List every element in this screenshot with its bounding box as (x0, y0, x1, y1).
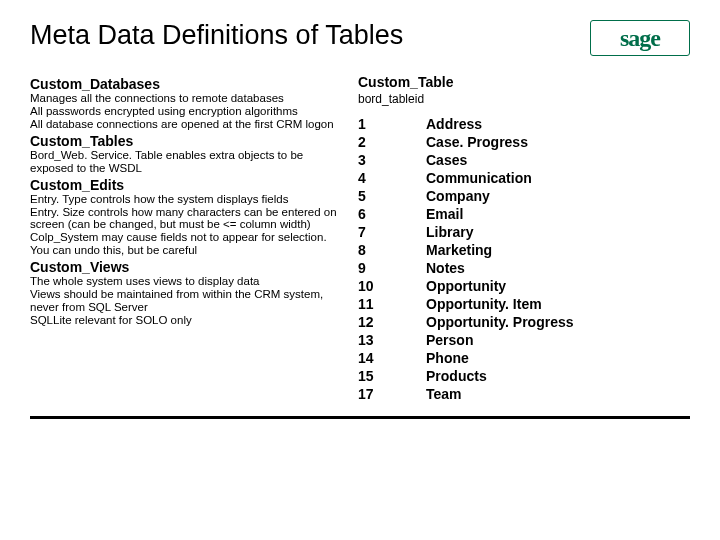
right-column: Custom_Table bord_tableid 1Address2Case.… (358, 74, 690, 402)
section-line: Views should be maintained from within t… (30, 288, 340, 314)
section-line: Colp_System may cause fields not to appe… (30, 231, 340, 257)
table-id: 10 (358, 278, 408, 294)
section-line: SQLLite relevant for SOLO only (30, 314, 340, 327)
table-id: 1 (358, 116, 408, 132)
table-name: Library (426, 224, 690, 240)
table-name: Opportunity (426, 278, 690, 294)
table-name: Case. Progress (426, 134, 690, 150)
table-name: Company (426, 188, 690, 204)
table-id: 7 (358, 224, 408, 240)
table-name: Marketing (426, 242, 690, 258)
footer-rule (30, 416, 690, 419)
table-name: Email (426, 206, 690, 222)
table-name: Opportunity. Progress (426, 314, 690, 330)
section-heading: Custom_Databases (30, 76, 340, 92)
table-id: 6 (358, 206, 408, 222)
table-id: 12 (358, 314, 408, 330)
table-list: 1Address2Case. Progress3Cases4Communicat… (358, 116, 690, 402)
table-id: 9 (358, 260, 408, 276)
section-line: Entry. Type controls how the system disp… (30, 193, 340, 206)
table-id: 3 (358, 152, 408, 168)
table-id: 2 (358, 134, 408, 150)
table-id: 4 (358, 170, 408, 186)
section-heading: Custom_Tables (30, 133, 340, 149)
table-id: 11 (358, 296, 408, 312)
table-id: 8 (358, 242, 408, 258)
table-name: Opportunity. Item (426, 296, 690, 312)
table-name: Address (426, 116, 690, 132)
table-name: Cases (426, 152, 690, 168)
table-id: 17 (358, 386, 408, 402)
section-heading: Custom_Views (30, 259, 340, 275)
section-line: All passwords encrypted using encryption… (30, 105, 340, 118)
section-line: Bord_Web. Service. Table enables extra o… (30, 149, 340, 175)
section-heading: Custom_Edits (30, 177, 340, 193)
section-line: The whole system uses views to display d… (30, 275, 340, 288)
table-id: 14 (358, 350, 408, 366)
slide-title: Meta Data Definitions of Tables (30, 20, 403, 51)
table-name: Products (426, 368, 690, 384)
table-name: Team (426, 386, 690, 402)
table-name: Phone (426, 350, 690, 366)
section-line: Manages all the connections to remote da… (30, 92, 340, 105)
table-name: Person (426, 332, 690, 348)
sage-logo: sage (590, 20, 690, 56)
left-column: Custom_DatabasesManages all the connecti… (30, 74, 340, 402)
section-line: All database connections are opened at t… (30, 118, 340, 131)
section-line: Entry. Size controls how many characters… (30, 206, 340, 232)
table-id: 5 (358, 188, 408, 204)
right-heading: Custom_Table (358, 74, 690, 90)
table-name: Notes (426, 260, 690, 276)
table-id: 15 (358, 368, 408, 384)
table-name: Communication (426, 170, 690, 186)
table-id: 13 (358, 332, 408, 348)
right-subheading: bord_tableid (358, 92, 690, 106)
